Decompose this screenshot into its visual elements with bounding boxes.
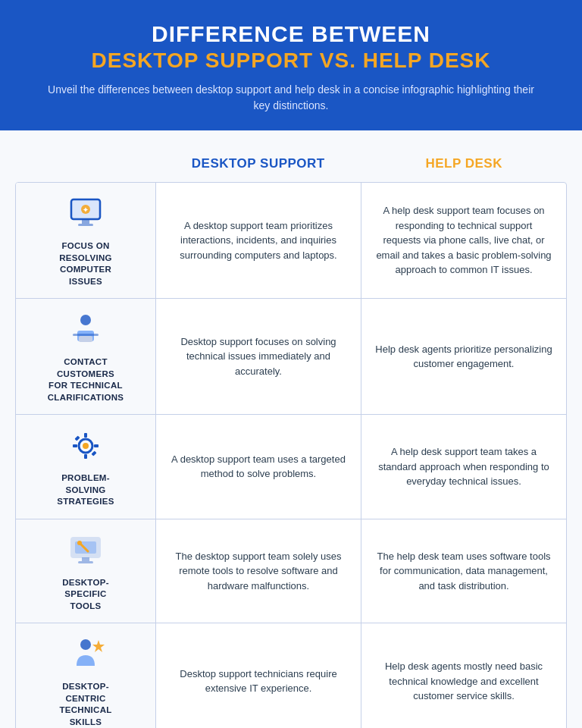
comparison-table: ✦ FOCUS ONRESOLVINGCOMPUTERISSUES A desk… xyxy=(15,182,567,728)
desktop-cell-contact: Desktop support focuses on solving techn… xyxy=(156,299,361,414)
label-cell-skills: DESKTOP-CENTRICTECHNICALSKILLS xyxy=(16,623,156,728)
helpdesk-cell-skills: Help desk agents mostly need basic techn… xyxy=(361,623,566,728)
header-subtitle: Unveil the differences between desktop s… xyxy=(45,82,537,114)
label-text-contact: CONTACTCUSTOMERSFOR TECHNICALCLARIFICATI… xyxy=(48,356,124,403)
label-cell-tools: DESKTOP-SPECIFICTOOLS xyxy=(16,519,156,623)
desktop-column-header: DESKTOP SUPPORT xyxy=(155,149,361,182)
header: DIFFERENCE BETWEEN DESKTOP SUPPORT VS. H… xyxy=(0,0,582,130)
svg-text:✦: ✦ xyxy=(83,206,89,214)
svg-rect-17 xyxy=(91,451,96,457)
table-row: DESKTOP-CENTRICTECHNICALSKILLS Desktop s… xyxy=(16,623,566,728)
svg-rect-16 xyxy=(74,436,80,441)
label-text-problem: PROBLEM-SOLVINGSTRATEGIES xyxy=(57,472,114,508)
label-cell-contact: CONTACTCUSTOMERSFOR TECHNICALCLARIFICATI… xyxy=(16,299,156,414)
svg-rect-20 xyxy=(78,561,93,563)
label-text-skills: DESKTOP-CENTRICTECHNICALSKILLS xyxy=(59,681,111,728)
table-row: ✦ FOCUS ONRESOLVINGCOMPUTERISSUES A desk… xyxy=(16,183,566,299)
label-text-focus: FOCUS ONRESOLVINGCOMPUTERISSUES xyxy=(59,240,112,287)
desktop-cell-tools: The desktop support team solely uses rem… xyxy=(156,519,361,623)
tools-icon xyxy=(65,530,106,571)
helpdesk-cell-tools: The help desk team uses software tools f… xyxy=(361,519,566,623)
focus-icon: ✦ xyxy=(65,193,106,234)
table-row: CONTACTCUSTOMERSFOR TECHNICALCLARIFICATI… xyxy=(16,299,566,415)
svg-rect-14 xyxy=(73,444,77,447)
svg-point-24 xyxy=(80,639,91,650)
contact-icon xyxy=(65,309,106,350)
desktop-cell-skills: Desktop support technicians require exte… xyxy=(156,623,361,728)
helpdesk-cell-focus: A help desk support team focuses on resp… xyxy=(361,183,566,298)
helpdesk-column-header: HELP DESK xyxy=(361,149,568,182)
desktop-cell-problem: A desktop support team uses a targeted m… xyxy=(156,415,361,519)
svg-point-6 xyxy=(80,315,91,325)
header-title-line2: DESKTOP SUPPORT VS. HELP DESK xyxy=(45,49,537,73)
helpdesk-cell-problem: A help desk support team takes a standar… xyxy=(361,415,566,519)
column-headers: DESKTOP SUPPORT HELP DESK xyxy=(155,149,567,182)
desktop-cell-focus: A desktop support team prioritizes inter… xyxy=(156,183,361,298)
svg-rect-9 xyxy=(79,336,92,342)
svg-rect-3 xyxy=(78,224,93,226)
table-row: PROBLEM-SOLVINGSTRATEGIES A desktop supp… xyxy=(16,415,566,519)
skills-icon xyxy=(65,634,106,675)
svg-marker-25 xyxy=(92,640,105,652)
table-row: DESKTOP-SPECIFICTOOLS The desktop suppor… xyxy=(16,519,566,624)
helpdesk-cell-contact: Help desk agents prioritize personalizin… xyxy=(361,299,566,414)
svg-rect-2 xyxy=(82,219,89,224)
label-cell-problem: PROBLEM-SOLVINGSTRATEGIES xyxy=(16,415,156,519)
label-text-tools: DESKTOP-SPECIFICTOOLS xyxy=(62,577,109,613)
svg-rect-19 xyxy=(82,557,89,561)
problem-icon xyxy=(65,425,106,466)
svg-rect-13 xyxy=(84,454,87,459)
svg-rect-15 xyxy=(94,444,99,447)
svg-rect-12 xyxy=(84,433,87,438)
svg-rect-8 xyxy=(73,334,99,336)
header-title-line1: DIFFERENCE BETWEEN xyxy=(45,21,537,47)
svg-point-23 xyxy=(77,541,82,545)
svg-point-11 xyxy=(83,443,89,449)
main-content: DESKTOP SUPPORT HELP DESK ✦ xyxy=(0,130,582,728)
label-cell-focus: ✦ FOCUS ONRESOLVINGCOMPUTERISSUES xyxy=(16,183,156,298)
